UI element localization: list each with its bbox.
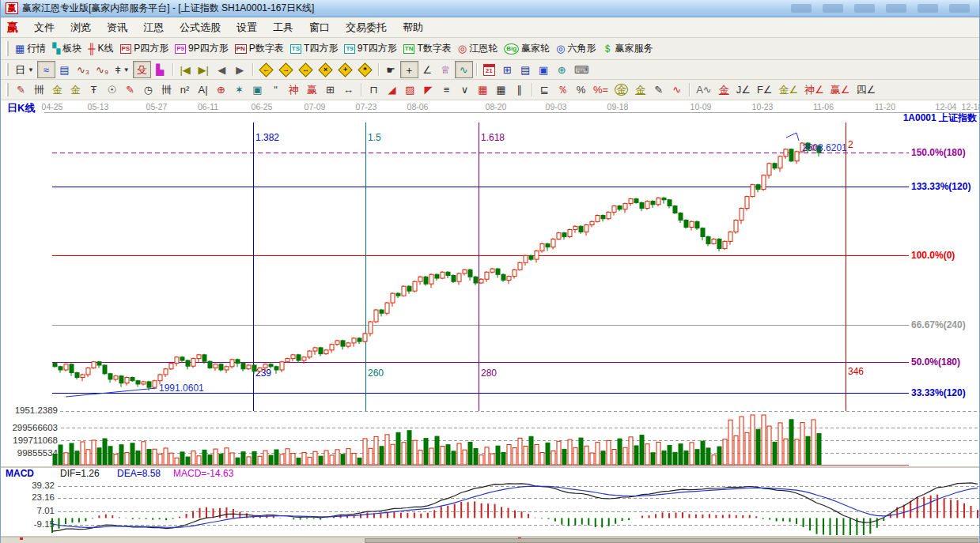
t-number-table-button[interactable]: TNT数字表 bbox=[400, 40, 455, 58]
first-page-button[interactable]: |◀ bbox=[176, 61, 195, 78]
menu-item-江恩[interactable]: 江恩 bbox=[135, 18, 172, 37]
candle-type-dropdown[interactable]: ǂ▼ bbox=[112, 61, 133, 78]
freehand-tool[interactable]: ≈ bbox=[37, 61, 55, 78]
a-wave-tool[interactable]: A∿ bbox=[693, 81, 715, 99]
shen-tool[interactable]: 神 bbox=[285, 81, 303, 99]
p-square-button[interactable]: PSP四方形 bbox=[117, 40, 172, 58]
menu-item-设置[interactable]: 设置 bbox=[229, 18, 265, 37]
gann-fan-tool[interactable]: ◢ bbox=[383, 81, 401, 99]
f-lines-tool[interactable]: Ŧ bbox=[85, 81, 103, 99]
grid-lines-tool[interactable]: 卌 bbox=[30, 81, 48, 99]
menu-item-窗口[interactable]: 窗口 bbox=[301, 18, 338, 37]
save-button[interactable]: ▣ bbox=[535, 61, 553, 78]
time-cycle-tool[interactable]: ◷ bbox=[139, 81, 157, 99]
gold-angle-tool[interactable]: 金∠ bbox=[776, 81, 802, 99]
wave9-tool[interactable]: ∿₉ bbox=[93, 61, 112, 78]
percent-level-tool[interactable]: %= bbox=[590, 81, 611, 99]
wave-a-tool[interactable]: ∿ bbox=[668, 81, 686, 99]
percent-line-tool[interactable]: ％ bbox=[554, 81, 572, 99]
winner-service-button[interactable]: ＄赢家服务 bbox=[599, 40, 656, 58]
wave-scan-tool[interactable]: ∿ bbox=[455, 61, 473, 78]
gold-level-tool[interactable]: 金 bbox=[631, 81, 649, 99]
titlebar-status-item[interactable] bbox=[854, 4, 875, 13]
next-page-button[interactable]: ▶ bbox=[231, 61, 249, 78]
diamond-move-button[interactable]: ＊ bbox=[355, 61, 375, 78]
four-angle-tool[interactable]: 四∠ bbox=[853, 81, 879, 99]
marker-tool[interactable]: ✎ bbox=[121, 81, 139, 99]
hand-tool[interactable]: ☛ bbox=[382, 61, 400, 78]
t-square-button[interactable]: TST四方形 bbox=[287, 40, 342, 58]
rays-tool[interactable]: ≡ bbox=[437, 81, 456, 99]
a-line-tool[interactable]: A| bbox=[194, 81, 212, 99]
f-angle-tool[interactable]: F∠ bbox=[754, 81, 776, 99]
ying-tool[interactable]: 赢 bbox=[303, 81, 321, 99]
gold-line-tool[interactable]: 金 bbox=[48, 81, 66, 99]
menu-item-交易委托[interactable]: 交易委托 bbox=[338, 18, 395, 37]
menu-item-公式选股[interactable]: 公式选股 bbox=[172, 18, 229, 37]
gann-fan3-tool[interactable]: ◤ bbox=[419, 81, 437, 99]
diamond-left-button[interactable]: ← bbox=[256, 61, 276, 78]
kline-button[interactable]: ╫K线 bbox=[85, 40, 116, 58]
j-angle-tool[interactable]: J∠ bbox=[733, 81, 754, 99]
angle-measure-tool[interactable]: ∠ bbox=[418, 61, 437, 78]
pattern-stamp-tool[interactable]: 殳 bbox=[133, 61, 151, 78]
angle-marks-tool[interactable]: ʺ bbox=[267, 81, 285, 99]
diamond-right-button[interactable]: → bbox=[276, 61, 296, 78]
network-button[interactable]: ⊕ bbox=[553, 61, 571, 78]
kline-chart[interactable]: 04-2505-1305-2706-1106-2507-0907-2308-06… bbox=[1, 100, 980, 537]
titlebar-status-item[interactable] bbox=[823, 4, 843, 13]
gold-underline-tool[interactable]: 金 bbox=[715, 81, 733, 99]
menu-item-帮助[interactable]: 帮助 bbox=[395, 18, 431, 37]
last-page-button[interactable]: ▶| bbox=[195, 61, 213, 78]
grid-arrow-tool[interactable]: ▦ bbox=[492, 81, 510, 99]
winner-wheel-button[interactable]: Big赢家轮 bbox=[501, 40, 553, 58]
titlebar-status-item[interactable] bbox=[949, 4, 970, 13]
titlebar-status-item[interactable] bbox=[886, 4, 906, 13]
span-arrow-tool[interactable]: ↔ bbox=[339, 81, 358, 99]
square-web-tool[interactable]: ▣ bbox=[248, 81, 267, 99]
calculator-button[interactable]: ⊞ bbox=[498, 61, 516, 78]
hexagon-button[interactable]: ◎六角形 bbox=[553, 40, 599, 58]
diamond-close-button[interactable]: × bbox=[316, 61, 335, 78]
gann-fan2-tool[interactable]: ▨ bbox=[401, 81, 419, 99]
nine-p-square-button[interactable]: P99P四方形 bbox=[172, 40, 231, 58]
scrollbar-thumb[interactable] bbox=[365, 538, 978, 543]
titlebar-status-item[interactable] bbox=[791, 4, 812, 13]
gold-circle-tool[interactable]: 金 bbox=[611, 81, 631, 99]
price-table-tool[interactable]: ⊑ bbox=[535, 81, 554, 99]
nine-t-square-button[interactable]: T99T四方形 bbox=[341, 40, 399, 58]
box-frame-tool[interactable]: ⊓ bbox=[365, 81, 383, 99]
spiral-tool[interactable]: ☉ bbox=[103, 81, 121, 99]
titlebar-status-item[interactable] bbox=[918, 4, 938, 13]
gold-line2-tool[interactable]: 金 bbox=[66, 81, 85, 99]
chart-area[interactable]: 04-2505-1305-2706-1106-2507-0907-2308-06… bbox=[1, 100, 980, 537]
brush-tool[interactable]: ✎ bbox=[649, 81, 668, 99]
calendar-button[interactable]: 21 bbox=[480, 61, 498, 78]
dense-lines-tool[interactable]: 卌 bbox=[157, 81, 176, 99]
diamond-expand-button[interactable]: + bbox=[335, 61, 355, 78]
crown-tool[interactable]: ♕ bbox=[437, 61, 455, 78]
zigzag-tool[interactable]: ∨ bbox=[456, 81, 474, 99]
ruler-tool[interactable]: ⊞ bbox=[321, 81, 339, 99]
diamond-hspan-button[interactable]: ↔ bbox=[296, 61, 316, 78]
red-grid-tool[interactable]: ▦ bbox=[474, 81, 492, 99]
star-web-tool[interactable]: ✶ bbox=[230, 81, 248, 99]
n-square-tool[interactable]: n² bbox=[176, 81, 194, 99]
shen-angle-tool[interactable]: 神∠ bbox=[801, 81, 827, 99]
print-button[interactable]: ⌨ bbox=[571, 61, 592, 78]
wave3-tool[interactable]: ∿₃ bbox=[74, 61, 93, 78]
gann-wheel-button[interactable]: ◎江恩轮 bbox=[455, 40, 501, 58]
quotes-button[interactable]: ▦行情 bbox=[12, 40, 49, 58]
sectors-button[interactable]: ▚板块 bbox=[49, 40, 85, 58]
note-tool[interactable]: ▤ bbox=[55, 61, 74, 78]
p-number-table-button[interactable]: PNP数字表 bbox=[232, 40, 287, 58]
blade-tool[interactable]: ✎ bbox=[12, 81, 30, 99]
parallel-lines-tool[interactable]: ∥ bbox=[510, 81, 528, 99]
ying-angle-tool[interactable]: 赢∠ bbox=[827, 81, 853, 99]
menu-item-资讯[interactable]: 资讯 bbox=[99, 18, 135, 37]
prev-page-button[interactable]: ◀ bbox=[213, 61, 231, 78]
menu-item-工具[interactable]: 工具 bbox=[265, 18, 301, 37]
horizontal-scrollbar[interactable] bbox=[1, 537, 979, 543]
menu-item-文件[interactable]: 文件 bbox=[26, 18, 62, 37]
menu-item-浏览[interactable]: 浏览 bbox=[62, 18, 99, 37]
